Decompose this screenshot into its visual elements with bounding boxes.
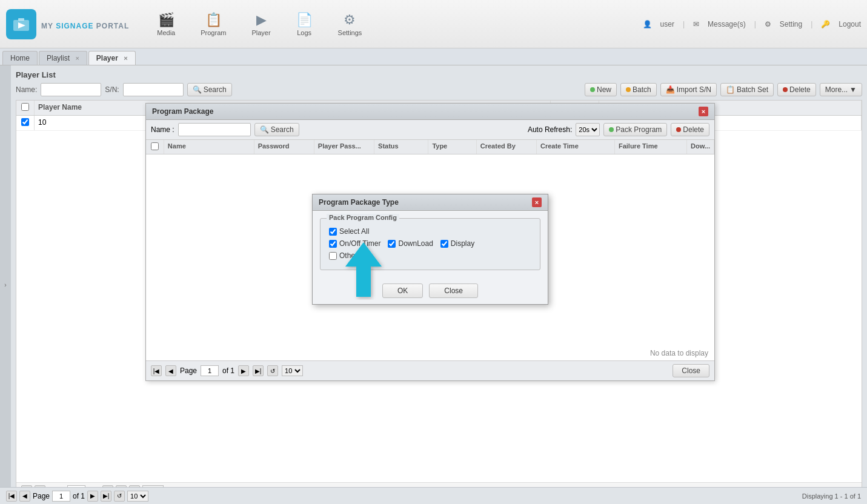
delete-button[interactable]: Delete (777, 83, 816, 96)
nav-player[interactable]: ▶ Player (242, 8, 280, 40)
logo-svg (12, 15, 30, 33)
search-button[interactable]: 🔍 Search (187, 83, 232, 96)
program-package-titlebar: Program Package × (146, 104, 714, 120)
more-button[interactable]: More... ▼ (820, 83, 862, 96)
other-label[interactable]: Other (329, 251, 357, 260)
pkg-search-icon: 🔍 (260, 125, 269, 134)
batch-set-label: Batch Set (737, 85, 768, 94)
display-text: Display (451, 239, 474, 248)
logo-text: MY SIGNAGE PORTAL (41, 16, 129, 32)
pkg-refresh[interactable]: ↺ (267, 365, 278, 376)
tab-home[interactable]: Home (2, 51, 38, 65)
dth-check[interactable] (146, 140, 164, 154)
pkg-delete-btn[interactable]: Delete (671, 123, 709, 136)
auto-refresh-select[interactable]: 5s 10s 20s 30s 60s (576, 123, 600, 136)
th-check[interactable] (16, 101, 35, 115)
bottom-page-input[interactable] (52, 491, 70, 502)
on-off-timer-cb[interactable] (329, 240, 337, 248)
pack-title: Program Package Type (319, 198, 399, 207)
pkg-page-input[interactable] (201, 365, 219, 376)
pkg-next-page[interactable]: ▶ (238, 365, 249, 376)
sidebar-toggle[interactable]: › (0, 65, 11, 504)
select-all-cb[interactable] (329, 228, 337, 236)
on-off-timer-text: On/Off Timer (339, 239, 380, 248)
pack-modal-close[interactable]: × (532, 197, 542, 207)
pkg-last-page[interactable]: ▶| (253, 365, 264, 376)
logout-icon: 🔑 (821, 20, 830, 28)
program-package-title: Program Package (152, 107, 213, 116)
logout-link[interactable]: Logout (839, 20, 861, 28)
dth-type: Type (428, 140, 476, 154)
bottom-display-info: Displaying 1 - 1 of 1 (802, 492, 861, 500)
bottom-refresh[interactable]: ↺ (114, 491, 125, 502)
pkg-search-label: Search (271, 125, 294, 134)
tab-player[interactable]: Player × (88, 51, 136, 65)
display-label[interactable]: Display (440, 239, 474, 248)
pkg-select-all[interactable] (151, 142, 159, 150)
pack-group-title: Pack Program Config (327, 214, 399, 221)
pkg-prev-page[interactable]: ◀ (165, 365, 176, 376)
import-sn-button[interactable]: 📥 Import S/N (660, 83, 717, 96)
setting-link[interactable]: Setting (780, 20, 802, 28)
more-chevron: ▼ (849, 85, 857, 94)
dialog-close-button[interactable]: Close (673, 364, 709, 377)
tab-playlist-label: Playlist (47, 54, 70, 62)
close-button[interactable]: Close (429, 284, 478, 298)
logo-my: MY (41, 22, 53, 30)
row-check[interactable] (16, 116, 35, 130)
tab-player-label: Player (96, 54, 118, 62)
pkg-first-page[interactable]: |◀ (151, 365, 162, 376)
other-cb[interactable] (329, 252, 337, 260)
nav-settings[interactable]: ⚙ Settings (328, 8, 372, 40)
no-data-label: No data to display (650, 349, 708, 357)
name-label: Name: (16, 85, 37, 94)
pkg-per-page[interactable]: 10 20 50 (282, 365, 303, 376)
dth-ftime: Failure Time (615, 140, 687, 154)
bottom-last-page[interactable]: ▶| (101, 491, 111, 502)
search-icon: 🔍 (193, 85, 202, 94)
topbar-right: 👤 user | ✉ Message(s) | ⚙ Setting | 🔑 Lo… (643, 20, 861, 28)
bottom-next-page[interactable]: ▶ (87, 491, 98, 502)
name-input[interactable] (41, 83, 101, 96)
sn-input[interactable] (123, 83, 184, 96)
pkg-of-label: of 1 (222, 366, 234, 375)
user-link[interactable]: user (660, 20, 674, 28)
select-all-checkbox[interactable] (21, 103, 29, 111)
bottom-first-page[interactable]: |◀ (6, 491, 17, 502)
bottom-per-page[interactable]: 10 20 50 (127, 491, 148, 502)
dth-ppass: Player Pass... (314, 140, 374, 154)
pkg-name-input[interactable] (178, 123, 251, 136)
ok-button[interactable]: OK (382, 284, 423, 298)
options-row: On/Off Timer DownLoad Display (329, 239, 531, 248)
pack-type-modal: Program Package Type × Pack Program Conf… (312, 194, 548, 305)
select-all-label[interactable]: Select All (329, 227, 369, 236)
on-off-timer-label[interactable]: On/Off Timer (329, 239, 380, 248)
download-cb[interactable] (388, 240, 396, 248)
display-cb[interactable] (440, 240, 448, 248)
tab-playlist-close[interactable]: × (75, 55, 79, 62)
nav-logs-label: Logs (297, 29, 311, 36)
new-icon (590, 87, 595, 92)
tab-playlist[interactable]: Playlist × (39, 51, 87, 65)
row-checkbox[interactable] (21, 118, 29, 126)
settings-icon: ⚙ (344, 12, 356, 28)
bottom-page-label: Page (33, 492, 50, 500)
batch-button[interactable]: Batch (620, 83, 657, 96)
logo-icon (6, 9, 36, 39)
new-button[interactable]: New (585, 83, 617, 96)
pkg-search-btn[interactable]: 🔍 Search (254, 123, 299, 136)
nav-program[interactable]: 📋 Program (191, 8, 236, 40)
batch-set-button[interactable]: 📋 Batch Set (720, 83, 774, 96)
program-package-close[interactable]: × (699, 107, 708, 116)
pack-program-btn[interactable]: Pack Program (603, 123, 667, 136)
download-label[interactable]: DownLoad (388, 239, 433, 248)
pack-footer: OK Close (313, 277, 548, 304)
bottom-prev-page[interactable]: ◀ (19, 491, 30, 502)
message-link[interactable]: Message(s) (708, 20, 746, 28)
dth-name: Name (164, 140, 254, 154)
tab-player-close[interactable]: × (124, 55, 127, 62)
nav-media[interactable]: 🎬 Media (147, 8, 185, 40)
delete-icon (783, 87, 788, 92)
tabs-bar: Home Playlist × Player × (0, 48, 867, 65)
nav-logs[interactable]: 📄 Logs (287, 8, 322, 40)
